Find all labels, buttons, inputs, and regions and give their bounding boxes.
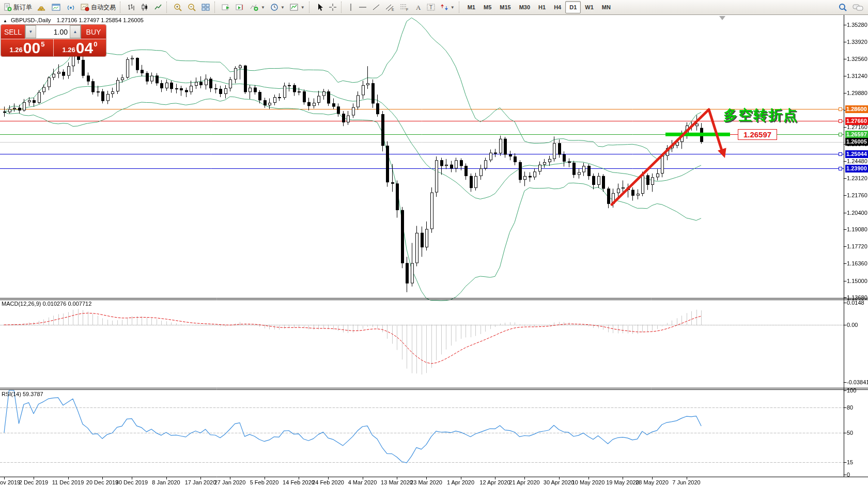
price-chart-canvas[interactable] (0, 15, 868, 487)
line-chart-mode-button[interactable] (151, 1, 165, 14)
svg-text:F: F (406, 8, 408, 11)
timeframe-w1-button[interactable]: W1 (581, 1, 598, 13)
chart-shift-button[interactable] (233, 1, 247, 14)
new-order-icon (4, 3, 12, 11)
buy-price-pip: 0 (94, 40, 97, 48)
price-level-badge: 1.28600 (845, 105, 868, 113)
svg-text:E: E (392, 8, 394, 11)
price-tick-label: 1.23120 (847, 175, 867, 181)
toolbar-separator (214, 2, 218, 13)
dropdown-caret-icon: ▼ (451, 5, 455, 10)
toolbar-separator (459, 2, 462, 13)
timeframe-mn-button[interactable]: MN (598, 1, 615, 13)
price-tick-label: 1.21760 (847, 192, 867, 198)
timeframe-m15-button[interactable]: M15 (495, 1, 515, 13)
level-line-handle[interactable] (839, 107, 842, 111)
date-axis-label: 1 Apr 2020 (447, 479, 474, 485)
dropdown-caret-icon: ▼ (301, 5, 305, 10)
buy-button[interactable]: BUY (81, 25, 106, 39)
one-click-trading-panel: SELL ▼ ▲ BUY 1.26 00 5 1.26 04 0 (1, 25, 106, 56)
timeframe-bar: M1M5M15M30H1H4D1W1MN (463, 1, 615, 13)
date-axis-label: 11 Dec 2019 (52, 479, 84, 485)
signals-icon-button[interactable] (64, 1, 78, 14)
top-toolbar: 新订单 自动交易 ▼ ▼ ▼ E F A T ▼ M (0, 0, 868, 15)
date-axis-label: 4 Mar 2020 (348, 479, 377, 485)
fibonacci-tool-button[interactable]: F (397, 1, 412, 14)
autotrading-button[interactable]: 自动交易 (78, 1, 118, 14)
date-axis-label: 5 Feb 2020 (250, 479, 279, 485)
candlestick-mode-button[interactable] (138, 1, 151, 14)
svg-text:T: T (429, 5, 432, 10)
timeframe-m5-button[interactable]: M5 (479, 1, 495, 13)
trendline-tool-button[interactable] (369, 1, 383, 14)
templates-button[interactable]: ▼ (287, 1, 307, 14)
new-order-button[interactable]: 新订单 (1, 1, 35, 14)
turning-point-annotation[interactable]: 多空转折点 (723, 106, 798, 124)
crosshair-tool-button[interactable] (326, 1, 339, 14)
date-axis-label: 20 Dec 2019 (86, 479, 118, 485)
date-axis-label: 10 May 2020 (572, 479, 605, 485)
rsi-tick-label: 80 (847, 404, 853, 411)
buy-price-big: 04 (76, 41, 93, 55)
gold-bars-icon-button[interactable] (35, 1, 49, 14)
level-line-handle[interactable] (839, 152, 842, 156)
text-label-tool-button[interactable]: T (424, 1, 438, 14)
date-axis-label: 17 Jan 2020 (185, 479, 216, 485)
indicators-button[interactable]: ▼ (247, 1, 268, 14)
volume-increase-button[interactable]: ▲ (70, 25, 81, 38)
date-axis-label: 24 Feb 2020 (312, 479, 344, 485)
bar-chart-mode-button[interactable] (125, 1, 138, 14)
price-tick-label: 1.15000 (847, 278, 867, 284)
search-icon[interactable] (838, 3, 847, 12)
date-axis-label: 12 Apr 2020 (479, 479, 510, 485)
price-tick-label: 1.19080 (847, 226, 867, 232)
date-axis-label: 22 Nov 2019 (0, 479, 20, 485)
price-tag-label[interactable]: 1.26597 (738, 129, 777, 140)
tile-windows-button[interactable] (199, 1, 213, 14)
price-tick-label: 1.33920 (847, 39, 867, 45)
level-line-handle[interactable] (839, 167, 842, 170)
volume-decrease-button[interactable]: ▼ (25, 25, 36, 38)
level-line-handle[interactable] (839, 119, 842, 123)
vertical-line-tool-button[interactable] (346, 1, 356, 14)
timeframe-h4-button[interactable]: H4 (550, 1, 565, 13)
autotrading-icon (81, 3, 89, 11)
chart-window: ▲ GBPUSD-,Daily 1.27106 1.27497 1.25854 … (0, 15, 868, 487)
text-tool-button[interactable]: A (412, 1, 424, 14)
price-tick-label: 1.27160 (847, 124, 867, 130)
price-level-badge: 1.26005 (845, 138, 868, 146)
chat-icon[interactable] (853, 3, 864, 12)
periods-button[interactable]: ▼ (268, 1, 287, 14)
timeframe-h1-button[interactable]: H1 (534, 1, 550, 13)
cursor-tool-button[interactable] (314, 1, 326, 14)
sell-price[interactable]: 1.26 00 5 (1, 39, 53, 56)
timeframe-m1-button[interactable]: M1 (463, 1, 479, 13)
price-tick-label: 1.24480 (847, 158, 867, 164)
volume-input[interactable] (36, 25, 70, 38)
date-axis-label: 2 Dec 2019 (19, 479, 48, 485)
equidistant-channel-tool-button[interactable]: E (383, 1, 397, 14)
toolbar-separator (120, 2, 123, 13)
zoom-out-button[interactable] (185, 1, 199, 14)
buy-price[interactable]: 1.26 04 0 (53, 39, 106, 56)
price-tick-label: 1.35280 (847, 22, 867, 28)
date-axis-label: 30 Apr 2020 (544, 479, 574, 485)
date-axis-label: 21 Apr 2020 (509, 479, 539, 485)
rsi-tick-label: 15 (847, 459, 853, 465)
auto-scroll-button[interactable] (219, 1, 233, 14)
timeframe-m30-button[interactable]: M30 (515, 1, 534, 13)
horizontal-line-tool-button[interactable] (356, 1, 369, 14)
sell-button[interactable]: SELL (1, 25, 25, 39)
new-order-label: 新订单 (13, 3, 32, 12)
chart-window-icon-button[interactable] (49, 1, 64, 14)
level-line-handle[interactable] (839, 133, 842, 136)
timeframe-d1-button[interactable]: D1 (565, 1, 581, 13)
rsi-tick-label: 0 (847, 472, 850, 478)
mt4-terminal: 新订单 自动交易 ▼ ▼ ▼ E F A T ▼ M (0, 0, 868, 487)
macd-tick-label: 0.00 (847, 322, 858, 328)
date-axis-label: 28 May 2020 (636, 479, 669, 485)
chart-shift-marker[interactable] (719, 16, 725, 20)
subwindow-collapse-icon[interactable]: ▲ (3, 19, 7, 23)
zoom-in-button[interactable] (171, 1, 185, 14)
arrows-tool-button[interactable]: ▼ (438, 1, 457, 14)
